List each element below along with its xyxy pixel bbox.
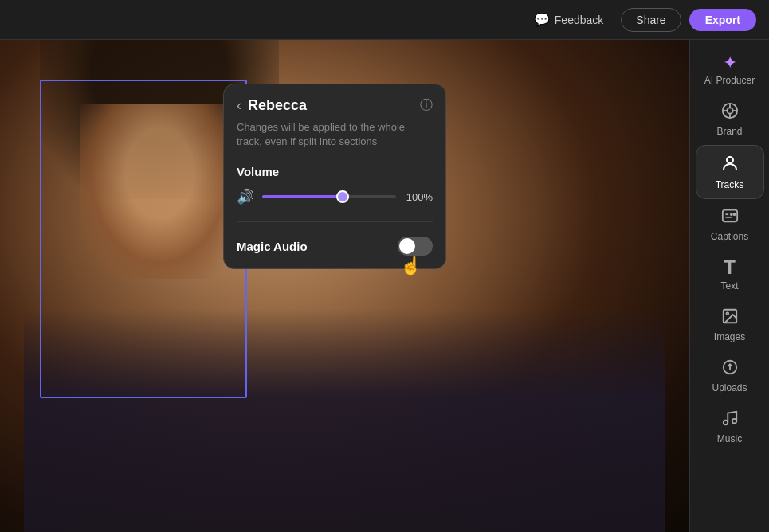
volume-label: Volume [237,165,433,178]
sidebar-label-tracks: Tracks [716,179,744,190]
back-button[interactable]: ‹ [237,97,248,114]
sidebar-item-uploads[interactable]: Uploads [696,350,764,401]
volume-icon: 🔊 [237,188,254,205]
header: 💬 Feedback Share Export [0,0,769,40]
magic-audio-label: Magic Audio [237,240,308,253]
volume-section: Volume 🔊 100% [237,165,433,205]
svg-point-6 [727,157,733,163]
volume-slider-fill [262,195,343,198]
captions-icon [721,207,739,228]
sidebar-label-captions: Captions [711,231,748,242]
text-icon: T [724,258,736,277]
volume-slider[interactable] [262,195,396,198]
sidebar-item-ai-producer[interactable]: ✦ AI Producer [696,46,764,94]
svg-point-11 [733,213,735,215]
feedback-icon: 💬 [534,12,550,27]
info-icon: ⓘ [420,97,433,114]
sidebar-label-images: Images [714,331,745,342]
divider [237,221,433,222]
sidebar-right: ✦ AI Producer Brand [689,40,769,532]
info-button[interactable]: ⓘ [420,97,433,114]
feedback-button[interactable]: 💬 Feedback [524,7,613,32]
canvas-area: ‹ Rebecca ⓘ Changes will be applied to t… [0,40,689,532]
share-button[interactable]: Share [621,8,681,32]
toggle-knob [399,238,415,254]
panel-title: Rebecca [248,97,420,114]
track-settings-panel: ‹ Rebecca ⓘ Changes will be applied to t… [223,84,446,269]
panel-header: ‹ Rebecca ⓘ [237,97,433,114]
magic-audio-row: Magic Audio [237,237,433,256]
sidebar-item-images[interactable]: Images [696,299,764,350]
uploads-icon [721,358,739,379]
export-button[interactable]: Export [689,9,756,31]
tracks-icon [720,154,740,176]
sidebar-item-captions[interactable]: Captions [696,199,764,250]
sidebar-item-tracks[interactable]: Tracks [696,145,764,199]
sidebar-label-brand: Brand [716,126,742,137]
magic-audio-toggle[interactable] [398,237,433,256]
brand-icon [721,102,739,123]
sidebar-item-music[interactable]: Music [696,401,764,452]
images-icon [721,307,739,328]
sidebar-item-brand[interactable]: Brand [696,94,764,145]
volume-value: 100% [404,191,433,203]
sidebar-label-music: Music [717,433,742,444]
feedback-label: Feedback [555,14,603,26]
main-area: ‹ Rebecca ⓘ Changes will be applied to t… [0,40,769,532]
svg-point-10 [730,213,732,215]
svg-point-13 [726,312,728,315]
sidebar-label-uploads: Uploads [712,382,747,393]
svg-rect-7 [722,210,736,222]
sidebar-label-text: Text [720,280,738,291]
ai-producer-icon: ✦ [723,54,737,72]
svg-point-16 [732,419,736,424]
volume-control: 🔊 100% [237,188,433,205]
sidebar-label-ai-producer: AI Producer [704,75,755,86]
selection-rectangle [40,80,247,398]
music-icon [721,409,739,430]
svg-point-1 [727,108,732,113]
svg-point-15 [723,421,728,425]
volume-slider-thumb[interactable] [336,190,349,203]
panel-subtitle: Changes will be applied to the whole tra… [237,120,433,149]
sidebar-item-text[interactable]: T Text [696,250,764,299]
